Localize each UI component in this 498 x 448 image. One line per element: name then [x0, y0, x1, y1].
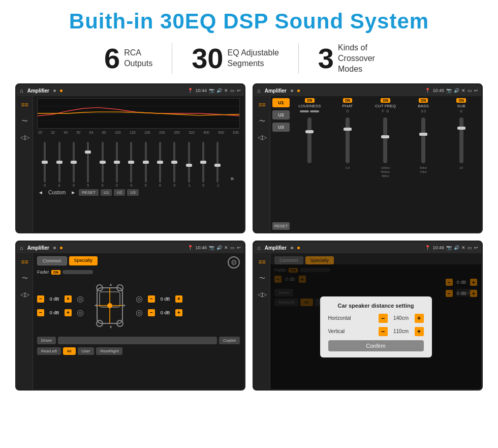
location-icon-1: 📍 — [188, 88, 193, 93]
rearright-btn[interactable]: RearRight — [96, 347, 122, 355]
cutfreq-on[interactable]: ON — [381, 98, 390, 103]
time-3: 10:46 — [195, 245, 207, 250]
preset-u1[interactable]: U1 — [272, 98, 290, 107]
eq-u1-btn[interactable]: U1 — [101, 189, 112, 196]
user-btn[interactable]: User — [78, 347, 95, 355]
preset-u3[interactable]: U3 — [272, 123, 290, 132]
speaker-row-fl: − 0 dB + ◎ — [37, 294, 84, 304]
speaker-icon[interactable]: ◁▷ — [19, 133, 30, 142]
eq-prev-btn[interactable]: ◄ — [37, 190, 44, 195]
sub-label: SUB — [457, 104, 465, 108]
eq-icon-2[interactable]: ≡≡ — [257, 100, 268, 109]
dialog-box: Car speaker distance setting Horizontal … — [320, 296, 432, 357]
statusbar-3: ⌂ Amplifier 📍 10:46 📷 🔊 ✕ ▭ ↩ — [17, 242, 244, 253]
location-icon-2: 📍 — [425, 88, 430, 93]
tab-specialty[interactable]: Specialty — [69, 256, 98, 265]
side-icons-2: ≡≡ 〜 ◁▷ — [254, 96, 270, 232]
loudness-on[interactable]: ON — [305, 98, 315, 103]
bass-slider[interactable] — [421, 117, 425, 163]
vertical-value: 110cm — [390, 328, 413, 334]
status-dot-7 — [291, 247, 293, 249]
horizontal-control: − 140cm + — [379, 314, 424, 323]
wave-icon[interactable]: 〜 — [19, 116, 30, 126]
eq-slider-5: 0 — [96, 142, 109, 187]
driver-btn[interactable]: Driver — [37, 337, 56, 344]
wave-icon-2[interactable]: 〜 — [257, 116, 268, 126]
screen-fader: ⌂ Amplifier 📍 10:46 📷 🔊 ✕ ▭ ↩ ≡≡ 〜 — [15, 241, 245, 391]
rl-db-value: 0 dB — [47, 310, 61, 315]
rr-plus-btn[interactable]: + — [175, 309, 182, 316]
home-icon-2[interactable]: ⌂ — [257, 87, 261, 94]
eq-u3-btn[interactable]: U3 — [127, 189, 138, 196]
fl-plus-btn[interactable]: + — [65, 295, 72, 303]
eq-u2-btn[interactable]: U2 — [114, 189, 125, 196]
location-icon-3: 📍 — [188, 245, 193, 250]
home-icon-4[interactable]: ⌂ — [257, 245, 261, 251]
fr-minus-btn[interactable]: − — [148, 295, 155, 303]
horizontal-plus-btn[interactable]: + — [415, 314, 424, 323]
horizontal-minus-btn[interactable]: − — [379, 314, 388, 323]
fr-db-value: 0 dB — [158, 296, 172, 302]
preset-u2[interactable]: U2 — [272, 110, 290, 120]
rearleft-btn[interactable]: RearLeft — [37, 347, 61, 355]
eq-icon-4[interactable]: ≡≡ — [257, 257, 268, 266]
all-btn[interactable]: All — [63, 347, 76, 355]
speaker-icon-2[interactable]: ◁▷ — [257, 133, 268, 142]
rl-minus-btn[interactable]: − — [37, 309, 44, 316]
tab-common-bg: Common — [274, 256, 303, 264]
eq-slider-13: -1 — [211, 142, 224, 187]
speaker-icon-3[interactable]: ◁▷ — [19, 290, 30, 299]
home-icon-1[interactable]: ⌂ — [20, 87, 23, 94]
fl-speaker-icon: ◎ — [77, 294, 84, 304]
eq-slider-12: 0 — [197, 142, 210, 187]
bass-on[interactable]: ON — [419, 98, 428, 103]
phat-slider[interactable] — [346, 117, 350, 163]
eq-reset-btn[interactable]: RESET — [79, 189, 99, 196]
sub-slider[interactable] — [459, 117, 463, 163]
phat-on[interactable]: ON — [343, 98, 353, 103]
fl-minus-btn[interactable]: − — [37, 295, 44, 303]
speaker-icon-4[interactable]: ◁▷ — [257, 290, 268, 299]
fader-on-badge[interactable]: ON — [51, 270, 61, 275]
close-icon-4: ✕ — [461, 245, 465, 250]
vertical-control: − 110cm + — [379, 327, 424, 336]
settings-icon[interactable]: ⚙ — [228, 256, 240, 268]
stat-number-crossover: 3 — [318, 44, 334, 73]
tab-common[interactable]: Common — [37, 256, 67, 265]
fader-slider[interactable] — [63, 270, 93, 274]
eq-slider-3: 0 — [67, 142, 80, 187]
fader-label-row: Fader ON — [37, 270, 98, 275]
status-title-4: Amplifier — [265, 245, 287, 251]
vertical-minus-btn[interactable]: − — [379, 327, 388, 336]
cross-reset-btn[interactable]: RESET — [272, 222, 290, 230]
screen-content-1: ≡≡ 〜 ◁▷ — [17, 96, 244, 232]
eq-next-btn[interactable]: ► — [70, 190, 77, 195]
eq-icon[interactable]: ≡≡ — [19, 100, 30, 109]
eq-preset-custom[interactable]: Custom — [46, 190, 68, 195]
fr-plus-btn[interactable]: + — [175, 295, 182, 303]
eq-icon-3[interactable]: ≡≡ — [19, 257, 30, 266]
status-title-2: Amplifier — [265, 88, 287, 94]
side-icons-3: ≡≡ 〜 ◁▷ — [17, 253, 33, 389]
wave-icon-3[interactable]: 〜 — [19, 274, 30, 283]
dialog-row-vertical: Vertical − 110cm + — [328, 327, 424, 336]
confirm-btn[interactable]: Confirm — [328, 340, 424, 351]
vertical-plus-btn[interactable]: + — [415, 327, 424, 336]
rl-plus-btn[interactable]: + — [65, 309, 72, 316]
wave-icon-4[interactable]: 〜 — [257, 274, 268, 283]
cutfreq-slider[interactable] — [383, 117, 387, 163]
copilot-btn[interactable]: Copilot — [219, 337, 240, 344]
loudness-slider[interactable] — [307, 117, 312, 163]
eq-slider-expand[interactable]: » — [226, 175, 239, 187]
back-icon-2: ↩ — [474, 88, 478, 93]
camera-icon-2: 📷 — [446, 88, 452, 93]
time-4: 10:46 — [432, 245, 444, 250]
status-icons-4: 📍 10:46 📷 🔊 ✕ ▭ ↩ — [425, 245, 478, 250]
dialog-overlay: Car speaker distance setting Horizontal … — [270, 264, 481, 389]
tab-specialty-bg: Specialty — [305, 256, 334, 264]
phat-freq: 3.0 — [346, 166, 350, 169]
fader-bottom-btns: Driver Copilot — [37, 337, 240, 344]
sub-on[interactable]: ON — [456, 98, 466, 103]
home-icon-3[interactable]: ⌂ — [20, 245, 23, 251]
rr-minus-btn[interactable]: − — [148, 309, 155, 316]
